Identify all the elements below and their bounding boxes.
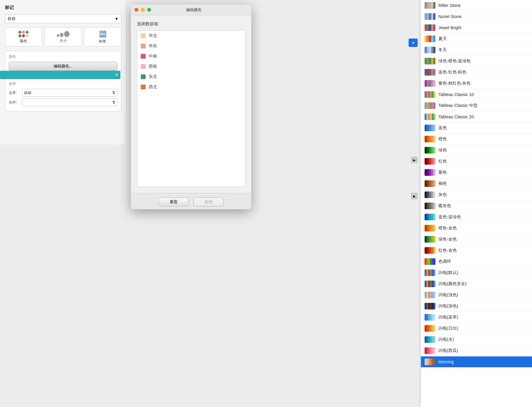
data-item[interactable]: 西北 [137, 82, 245, 92]
color-list-item[interactable]: 闪电(日出) [421, 323, 532, 334]
dialog-titlebar: 编辑颜色 [131, 5, 251, 15]
data-item[interactable]: 东北 [137, 72, 245, 82]
palette-swatch [425, 91, 435, 98]
palette-swatch [425, 24, 435, 31]
color-list-item[interactable]: 绿色-金色 [421, 234, 532, 245]
color-list-item[interactable]: Morning [421, 356, 532, 368]
color-label: 颜色 [20, 39, 27, 44]
palette-swatch [425, 325, 435, 332]
color-list-item[interactable]: 绿色 [421, 145, 532, 156]
size-icon [57, 31, 70, 37]
color-icon-box[interactable]: 颜色 [5, 27, 42, 47]
color-list-item[interactable]: 蓝色 [421, 123, 532, 134]
color-section-label: 颜色 [9, 54, 117, 59]
auto-dropdown-row[interactable]: 自动 ▼ [5, 14, 121, 23]
halo-dropdown[interactable]: ⇅ [22, 98, 117, 106]
palette-swatch [425, 69, 435, 76]
data-item[interactable]: 西南 [137, 61, 245, 72]
color-list-item-label: 紫色 [438, 170, 447, 175]
color-list-item-label: 夏天 [438, 36, 447, 42]
data-color-swatch [141, 74, 146, 79]
color-list-item[interactable]: Jewel Bright [421, 22, 532, 33]
reset-button[interactable]: 重置 [159, 197, 189, 207]
size-icon-box[interactable]: 大小 [45, 27, 82, 47]
color-list-item-label: 绿色-金色 [438, 237, 457, 242]
color-list-item-label: 闪电(浅色) [438, 292, 458, 298]
color-list-item-label: Tableau Classic 10 [438, 92, 474, 97]
color-list-item[interactable]: 绿色-橙色-蓝绿色 [421, 56, 532, 67]
color-list-item[interactable]: 暖灰色 [421, 200, 532, 212]
color-list-item-label: 蓝色 [438, 125, 447, 131]
color-list-item[interactable]: 夏天 [421, 33, 532, 45]
palette-swatch [425, 214, 435, 220]
edit-color-dialog: 编辑颜色 选择数据项: 华北华东中南西南东北西北 重置 应用 [131, 5, 251, 209]
blue-dropdown-button[interactable]: ▾ [409, 39, 418, 47]
palette-swatch [425, 236, 435, 243]
palette-swatch [425, 80, 435, 87]
dialog-title: 编辑颜色 [140, 7, 248, 13]
color-list-item-label: 蓝色-红色-棕色 [438, 70, 466, 75]
halo-label: 光环: [9, 100, 20, 105]
data-item[interactable]: 中南 [137, 51, 245, 61]
data-item-label: 西南 [149, 64, 157, 69]
edit-color-button[interactable]: 编辑颜色... [9, 62, 117, 71]
close-button[interactable] [135, 8, 138, 12]
palette-swatch [425, 225, 435, 231]
auto-dropdown[interactable]: 自动 ▼ [5, 14, 121, 23]
data-item-label: 中南 [149, 54, 157, 59]
data-item[interactable]: 华北 [137, 31, 245, 41]
palette-swatch [425, 269, 435, 276]
palette-swatch [425, 180, 435, 187]
gray-button-1[interactable]: ▸ [411, 157, 418, 163]
label-icon: 🔤 [99, 30, 107, 38]
data-item[interactable]: 华东 [137, 41, 245, 51]
color-list-item[interactable]: 闪电(颜色安全) [421, 278, 532, 290]
data-color-swatch [141, 33, 146, 38]
color-list-item[interactable]: 闪电(浅色) [421, 290, 532, 301]
color-list-item-label: 灰色 [438, 192, 447, 197]
palette-swatch [425, 2, 435, 9]
color-list-item[interactable]: 橙色-金色 [421, 223, 532, 234]
label-icon-box[interactable]: 🔤 标签 [84, 27, 121, 47]
color-list-item[interactable]: Nuriel Stone [421, 11, 532, 22]
color-list-item[interactable]: 红色 [421, 156, 532, 167]
gray-button-2[interactable]: ▸ [411, 193, 418, 199]
color-list-item-label: 闪电(颜色安全) [438, 281, 466, 287]
palette-swatch [425, 359, 435, 365]
color-list-item[interactable]: 橙色 [421, 134, 532, 145]
data-item-label: 西北 [149, 84, 157, 90]
color-list-item-label: 绿色-橙色-蓝绿色 [438, 58, 471, 64]
color-list-item[interactable]: Tableau Classic 中型 [421, 100, 532, 111]
color-list-item[interactable]: 灰色 [421, 189, 532, 200]
color-list-item[interactable]: 闪电(蓝草) [421, 312, 532, 323]
color-list-item[interactable]: Tableau Classic 20 [421, 111, 532, 123]
color-list-item[interactable]: 闪电(水) [421, 334, 532, 345]
color-section: 颜色 编辑颜色... 不透明度 100% 效果 边界: 自动 ⇅ 光环: [5, 51, 121, 111]
color-list-item[interactable]: Tableau Classic 10 [421, 89, 532, 100]
data-item-label: 华北 [149, 33, 157, 39]
palette-swatch [425, 314, 435, 321]
palette-swatch [425, 191, 435, 198]
select-data-label: 选择数据项: [137, 21, 245, 27]
color-list-item-label: 冬天 [438, 47, 447, 53]
color-list-item-label: 色调环 [438, 259, 451, 264]
color-list-item[interactable]: 冬天 [421, 45, 532, 56]
color-list-item[interactable]: 蓝色-蓝绿色 [421, 212, 532, 223]
color-list-item[interactable]: 褐色 [421, 178, 532, 189]
color-list-item[interactable]: 蓝色-红色-棕色 [421, 67, 532, 78]
chevron-down-icon: ▾ [412, 40, 414, 45]
border-dropdown[interactable]: 自动 ⇅ [22, 89, 117, 97]
color-list-item[interactable]: 闪电(深色) [421, 301, 532, 312]
color-list-item[interactable]: Miller Stone [421, 0, 532, 11]
color-list-item[interactable]: 色调环 [421, 256, 532, 267]
color-list-item-label: 闪电(蓝草) [438, 315, 458, 320]
apply-button[interactable]: 应用 [193, 197, 224, 207]
color-list-item-label: 蓝色-蓝绿色 [438, 214, 461, 220]
color-list-item[interactable]: 紫色 [421, 167, 532, 178]
color-list-item[interactable]: 紫色-粉红色-灰色 [421, 78, 532, 89]
color-list-item[interactable]: 闪电(西瓜) [421, 345, 532, 356]
color-list-item[interactable]: 红色-金色 [421, 245, 532, 256]
color-dots-icon [18, 31, 29, 37]
color-list-item[interactable]: 闪电(默认) [421, 267, 532, 278]
label-label: 标签 [99, 39, 106, 44]
